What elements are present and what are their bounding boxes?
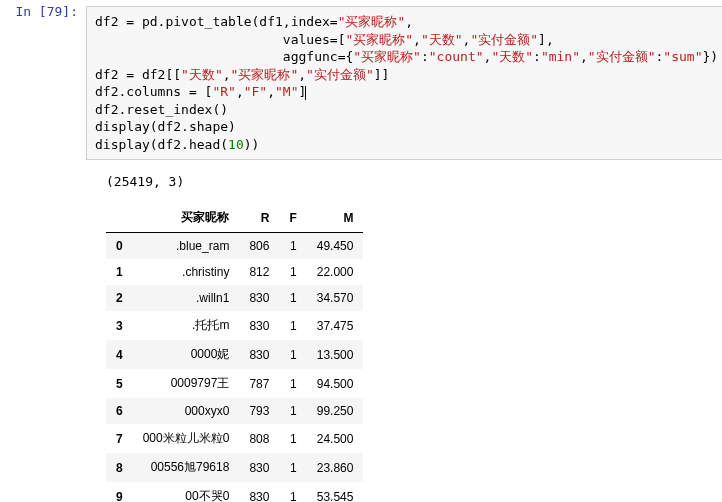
code-string: "买家昵称" — [345, 32, 413, 47]
row-index: 9 — [106, 482, 133, 502]
cell-name: 000xyx0 — [133, 398, 240, 424]
shape-output: (25419, 3) — [78, 162, 722, 197]
cell-m: 37.475 — [307, 311, 364, 340]
code-string: "M" — [275, 84, 298, 99]
cell-r: 830 — [239, 453, 279, 482]
cell-name: .christiny — [133, 259, 240, 285]
code-string: "买家昵称" — [353, 49, 421, 64]
code-token: }) — [702, 49, 718, 64]
code-string: "count" — [429, 49, 484, 64]
code-string: "天数" — [181, 67, 223, 82]
input-area: df2 = pd.pivot_table(df1,index="买家昵称", v… — [86, 4, 722, 162]
cell-r: 787 — [239, 369, 279, 398]
table-row: 0.blue_ram806149.450 — [106, 233, 363, 260]
table-row: 7000米粒儿米粒0808124.500 — [106, 424, 363, 453]
cell-name: 00556旭79618 — [133, 453, 240, 482]
input-prompt: In [79]: — [0, 4, 86, 19]
code-token: df2.columns = [ — [95, 84, 212, 99]
code-string: "买家昵称" — [231, 67, 299, 82]
cell-r: 830 — [239, 482, 279, 502]
table-row: 900不哭0830153.545 — [106, 482, 363, 502]
row-index: 6 — [106, 398, 133, 424]
code-token: df2 = df2[[ — [95, 67, 181, 82]
cell-m: 23.860 — [307, 453, 364, 482]
table-row: 3.托托m830137.475 — [106, 311, 363, 340]
table-row: 1.christiny812122.000 — [106, 259, 363, 285]
output-area: (25419, 3) 买家昵称 R F M 0.blue_ram806149.4… — [0, 162, 722, 502]
cell-r: 812 — [239, 259, 279, 285]
cell-f: 1 — [279, 398, 306, 424]
code-token: , — [405, 14, 413, 29]
cell-m: 94.500 — [307, 369, 364, 398]
col-f: F — [279, 203, 306, 233]
code-token: , — [223, 67, 231, 82]
cell-r: 830 — [239, 311, 279, 340]
cell-name: .blue_ram — [133, 233, 240, 260]
cell-m: 53.545 — [307, 482, 364, 502]
dataframe-table: 买家昵称 R F M 0.blue_ram806149.4501.christi… — [106, 203, 363, 502]
code-token: )) — [244, 137, 260, 152]
table-row: 50009797王787194.500 — [106, 369, 363, 398]
code-token: , — [413, 32, 421, 47]
cell-f: 1 — [279, 233, 306, 260]
code-token: , — [267, 84, 275, 99]
cell-r: 830 — [239, 285, 279, 311]
row-index: 1 — [106, 259, 133, 285]
cell-f: 1 — [279, 285, 306, 311]
row-index: 4 — [106, 340, 133, 369]
code-string: "sum" — [663, 49, 702, 64]
code-string: "买家昵称" — [338, 14, 406, 29]
table-row: 6000xyx0793199.250 — [106, 398, 363, 424]
cell-f: 1 — [279, 311, 306, 340]
code-token: , — [580, 49, 588, 64]
cell-m: 99.250 — [307, 398, 364, 424]
cell-name: 0000妮 — [133, 340, 240, 369]
cell-f: 1 — [279, 369, 306, 398]
col-index — [106, 203, 133, 233]
row-index: 5 — [106, 369, 133, 398]
code-string: "R" — [212, 84, 235, 99]
code-token: display(df2.shape) — [95, 119, 236, 134]
cell-r: 830 — [239, 340, 279, 369]
table-row: 2.willn1830134.570 — [106, 285, 363, 311]
cell-name: .托托m — [133, 311, 240, 340]
code-token: df2.reset_index() — [95, 102, 228, 117]
table-header: 买家昵称 R F M — [106, 203, 363, 233]
cell-m: 34.570 — [307, 285, 364, 311]
code-string: "F" — [244, 84, 267, 99]
col-name: 买家昵称 — [133, 203, 240, 233]
cell-m: 49.450 — [307, 233, 364, 260]
code-token: display(df2.head( — [95, 137, 228, 152]
code-token: aggfunc={ — [95, 49, 353, 64]
code-string: "实付金额" — [470, 32, 538, 47]
code-editor[interactable]: df2 = pd.pivot_table(df1,index="买家昵称", v… — [86, 6, 722, 160]
cell-r: 806 — [239, 233, 279, 260]
cell-name: 0009797王 — [133, 369, 240, 398]
code-token: : — [421, 49, 429, 64]
cell-m: 13.500 — [307, 340, 364, 369]
code-string: "实付金额" — [306, 67, 374, 82]
cell-m: 22.000 — [307, 259, 364, 285]
text-cursor — [305, 86, 306, 100]
row-index: 8 — [106, 453, 133, 482]
code-number: 10 — [228, 137, 244, 152]
code-token: , — [236, 84, 244, 99]
row-index: 3 — [106, 311, 133, 340]
code-cell: In [79]: df2 = pd.pivot_table(df1,index=… — [0, 0, 722, 162]
code-token: df2 = pd.pivot_table(df1,index= — [95, 14, 338, 29]
code-string: "天数" — [421, 32, 463, 47]
cell-r: 793 — [239, 398, 279, 424]
col-r: R — [239, 203, 279, 233]
table-row: 800556旭79618830123.860 — [106, 453, 363, 482]
cell-m: 24.500 — [307, 424, 364, 453]
code-token: ]] — [374, 67, 390, 82]
row-index: 7 — [106, 424, 133, 453]
cell-f: 1 — [279, 424, 306, 453]
col-m: M — [307, 203, 364, 233]
table-header-row: 买家昵称 R F M — [106, 203, 363, 233]
table-row: 40000妮830113.500 — [106, 340, 363, 369]
code-token: ], — [538, 32, 554, 47]
cell-f: 1 — [279, 453, 306, 482]
cell-f: 1 — [279, 482, 306, 502]
table-body: 0.blue_ram806149.4501.christiny812122.00… — [106, 233, 363, 502]
